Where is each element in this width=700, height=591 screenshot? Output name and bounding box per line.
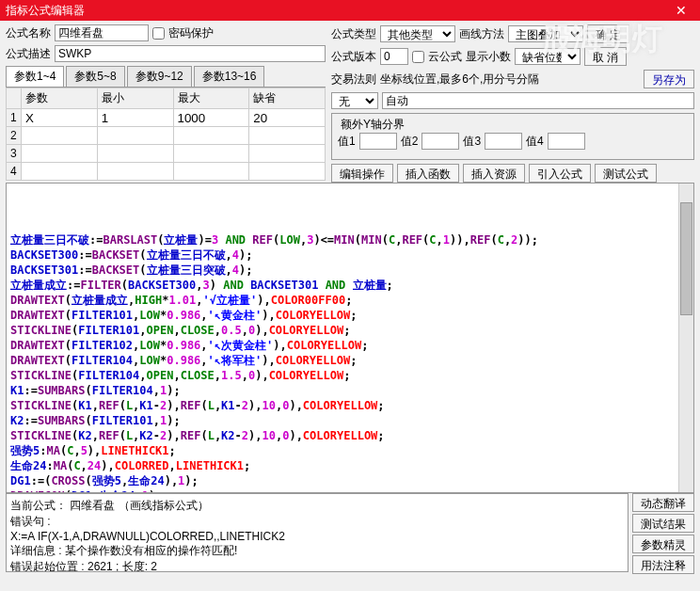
- insert-res-button[interactable]: 插入资源: [463, 164, 525, 183]
- titlebar: 指标公式编辑器 ✕: [0, 0, 700, 21]
- label-v4: 值4: [526, 134, 544, 150]
- code-line: DRAWTEXT(立桩量成立,HIGH*1.01,'√立桩量'),COLOR00…: [10, 293, 690, 308]
- code-line: STICKLINE(FILTER101,OPEN,CLOSE,0.5,0),CO…: [10, 323, 690, 338]
- label-v2: 值2: [401, 134, 419, 150]
- label-formula-name: 公式名称: [6, 25, 51, 41]
- code-line: DG1:=(CROSS(强势5,生命24),1);: [10, 473, 690, 488]
- code-line: 生命24:MA(C,24),COLORRED,LINETHICK1;: [10, 458, 690, 473]
- code-line: 强势5:MA(C,5),LINETHICK1;: [10, 443, 690, 458]
- label-coord-hint: 坐标线位置,最多6个,用分号分隔: [380, 72, 640, 88]
- tab-params-13-16[interactable]: 参数13~16: [194, 66, 265, 87]
- code-line: STICKLINE(K2,REF(L,K2-2),REF(L,K2-2),10,…: [10, 428, 690, 443]
- label-v1: 值1: [338, 134, 356, 150]
- param-cell-input[interactable]: [174, 164, 249, 179]
- scrollbar-vertical[interactable]: [678, 184, 693, 492]
- trade-rule-select[interactable]: 无: [331, 92, 378, 109]
- param-cell-input[interactable]: [174, 146, 249, 161]
- table-row: 4: [7, 163, 326, 181]
- cancel-button[interactable]: 取 消: [584, 47, 627, 66]
- code-line: STICKLINE(FILTER104,OPEN,CLOSE,1.5,0),CO…: [10, 368, 690, 383]
- v3-input[interactable]: [485, 133, 522, 150]
- param-table: 参数最小最大缺省 1234: [6, 88, 326, 181]
- insert-fn-button[interactable]: 插入函数: [397, 164, 459, 183]
- param-cell-input[interactable]: [98, 110, 173, 125]
- tab-params-5-8[interactable]: 参数5~8: [66, 66, 124, 87]
- param-cell-input[interactable]: [249, 128, 325, 143]
- param-cell-input[interactable]: [174, 128, 249, 143]
- param-cell-input[interactable]: [249, 164, 325, 179]
- output-panel: 当前公式： 四维看盘 （画线指标公式） 错误句 : X:=A IF(X-1,A,…: [6, 493, 628, 572]
- formula-name-input[interactable]: [55, 24, 149, 41]
- param-header: 参数: [22, 88, 98, 109]
- code-editor[interactable]: 立桩量三日不破:=BARSLAST(立桩量)=3 AND REF(LOW,3)<…: [6, 183, 694, 493]
- code-line: BACKSET300:=BACKSET(立桩量三日不破,4);: [10, 248, 690, 263]
- decimals-select[interactable]: 缺省位数: [515, 48, 581, 65]
- code-line: DRAWTEXT(FILTER102,LOW*0.986,'↖次黄金柱'),CO…: [10, 338, 690, 353]
- param-header: 最小: [97, 88, 173, 109]
- test-result-button[interactable]: 测试结果: [632, 514, 694, 533]
- coord-input[interactable]: [382, 92, 694, 109]
- import-formula-button[interactable]: 引入公式: [529, 164, 591, 183]
- save-as-button[interactable]: 另存为: [644, 70, 694, 88]
- label-formula-type: 公式类型: [331, 26, 376, 42]
- tab-params-9-12[interactable]: 参数9~12: [127, 66, 192, 87]
- ok-button[interactable]: 确 定: [587, 24, 629, 43]
- password-protect-checkbox[interactable]: [152, 27, 165, 40]
- param-cell-input[interactable]: [249, 146, 325, 161]
- label-trade-rule: 交易法则: [331, 72, 376, 88]
- formula-desc-input[interactable]: [55, 45, 326, 62]
- code-line: 立桩量成立:=FILTER(BACKSET300,3) AND BACKSET3…: [10, 278, 690, 293]
- param-cell-input[interactable]: [22, 164, 97, 179]
- label-v3: 值3: [463, 134, 481, 150]
- label-draw-method: 画线方法: [459, 26, 504, 42]
- code-line: 立桩量三日不破:=BARSLAST(立桩量)=3 AND REF(LOW,3)<…: [10, 232, 690, 248]
- param-header: 最大: [173, 88, 249, 109]
- edit-op-button[interactable]: 编辑操作: [331, 164, 393, 183]
- code-line: K1:=SUMBARS(FILTER104,1);: [10, 383, 690, 398]
- window-title: 指标公式编辑器: [6, 3, 668, 19]
- v4-input[interactable]: [548, 133, 585, 150]
- label-password-protect: 密码保护: [168, 25, 214, 41]
- label-show-decimals: 显示小数: [466, 49, 511, 65]
- param-tabs: 参数1~4 参数5~8 参数9~12 参数13~16: [6, 66, 326, 88]
- label-formula-version: 公式版本: [331, 49, 376, 65]
- table-row: 3: [7, 145, 326, 163]
- code-line: DRAWTEXT(FILTER101,LOW*0.986,'↖黄金柱'),COL…: [10, 308, 690, 323]
- close-icon[interactable]: ✕: [668, 3, 694, 18]
- param-cell-input[interactable]: [22, 128, 97, 143]
- v1-input[interactable]: [359, 133, 397, 150]
- param-cell-input[interactable]: [98, 128, 173, 143]
- param-wizard-button[interactable]: 参数精灵: [632, 535, 694, 553]
- extra-y-legend: 额外Y轴分界: [338, 117, 407, 133]
- table-row: 1: [7, 109, 326, 127]
- code-line: K2:=SUMBARS(FILTER101,1);: [10, 413, 690, 428]
- code-line: STICKLINE(K1,REF(L,K1-2),REF(L,K1-2),10,…: [10, 398, 690, 413]
- scrollbar-thumb[interactable]: [680, 202, 692, 315]
- version-input[interactable]: [380, 48, 408, 65]
- param-cell-input[interactable]: [22, 146, 97, 161]
- param-cell-input[interactable]: [174, 110, 249, 125]
- param-cell-input[interactable]: [249, 110, 325, 125]
- code-line: DRAWICON(DG1,生命24,1);: [10, 488, 690, 493]
- param-header: [7, 88, 22, 109]
- code-line: DRAWTEXT(FILTER104,LOW*0.986,'↖将军柱'),COL…: [10, 353, 690, 368]
- table-row: 2: [7, 127, 326, 145]
- param-cell-input[interactable]: [22, 110, 97, 125]
- label-formula-desc: 公式描述: [6, 46, 51, 62]
- formula-type-select[interactable]: 其他类型: [380, 25, 455, 42]
- param-header: 缺省: [249, 88, 326, 109]
- v2-input[interactable]: [422, 133, 459, 150]
- usage-notes-button[interactable]: 用法注释: [632, 555, 694, 574]
- cloud-formula-checkbox[interactable]: [412, 51, 424, 63]
- param-cell-input[interactable]: [98, 146, 173, 161]
- extra-y-fieldset: 额外Y轴分界 值1 值2 值3 值4: [331, 113, 694, 160]
- label-cloud-formula: 云公式: [428, 49, 462, 65]
- tab-params-1-4[interactable]: 参数1~4: [6, 66, 64, 87]
- code-line: BACKSET301:=BACKSET(立桩量三日突破,4);: [10, 263, 690, 278]
- dynamic-translate-button[interactable]: 动态翻译: [632, 493, 694, 512]
- param-cell-input[interactable]: [98, 164, 173, 179]
- draw-method-select[interactable]: 主图叠加: [508, 25, 583, 42]
- test-formula-button[interactable]: 测试公式: [595, 164, 657, 183]
